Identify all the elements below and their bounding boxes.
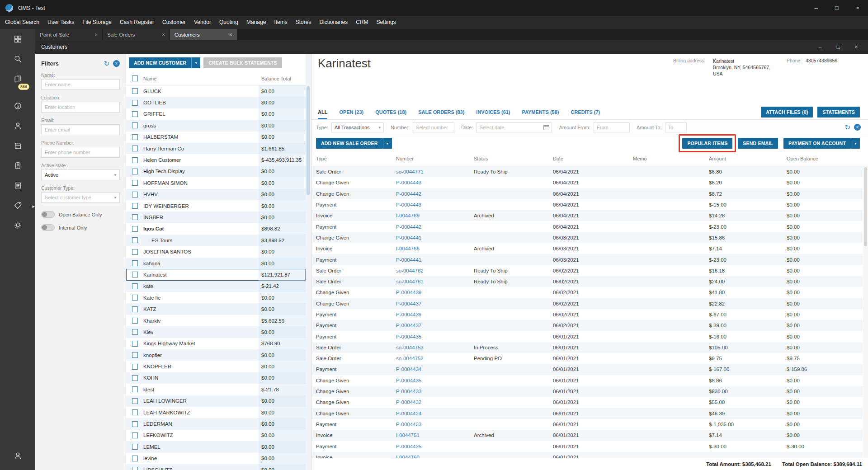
- add-customer-dropdown-icon[interactable]: ▾: [191, 57, 200, 68]
- cell-number[interactable]: P-0004424: [396, 411, 474, 416]
- popular-items-button[interactable]: POPULAR ITEMS: [682, 138, 732, 149]
- row-checkbox[interactable]: [132, 341, 138, 347]
- menu-item-global-search[interactable]: Global Search: [1, 16, 43, 29]
- row-checkbox[interactable]: [132, 386, 138, 392]
- transaction-scrollbar[interactable]: [863, 166, 868, 458]
- minimize-icon[interactable]: –: [806, 0, 826, 16]
- transaction-row[interactable]: PaymentP-000443406/01/2021$-167.00$-159.…: [311, 364, 863, 375]
- row-checkbox[interactable]: [132, 122, 138, 128]
- row-checkbox[interactable]: [132, 88, 138, 94]
- row-checkbox[interactable]: [132, 203, 138, 209]
- refresh-icon[interactable]: ↻: [104, 60, 109, 67]
- customer-row[interactable]: LEAH MARKOWITZ$0.00: [126, 407, 306, 418]
- cell-number[interactable]: so-0044752: [396, 356, 474, 361]
- customer-row[interactable]: High Tech Display$0.00: [126, 166, 306, 177]
- row-checkbox[interactable]: [132, 456, 138, 461]
- tab-close-icon[interactable]: ×: [229, 32, 232, 38]
- menu-item-cash-register[interactable]: Cash Register: [116, 16, 158, 29]
- sale-order-dropdown-icon[interactable]: ▾: [383, 138, 392, 149]
- column-header-status[interactable]: Status: [474, 156, 553, 161]
- row-checkbox[interactable]: [132, 467, 138, 470]
- cell-number[interactable]: P-0004439: [396, 312, 474, 317]
- customer-row[interactable]: levine$0.00: [126, 453, 306, 464]
- transaction-row[interactable]: Sale Orderso-0044753In Process06/01/2021…: [311, 342, 863, 353]
- customer-row[interactable]: Karinatest$121,921.87: [126, 269, 306, 280]
- row-checkbox[interactable]: [132, 398, 138, 404]
- scrollbar-thumb[interactable]: [307, 86, 310, 195]
- customer-row[interactable]: kate$-21.42: [126, 281, 306, 292]
- transaction-row[interactable]: PaymentP-000444206/04/2021$-23.00$0.00: [311, 221, 863, 232]
- menu-item-manage[interactable]: Manage: [242, 16, 270, 29]
- menu-item-file-storage[interactable]: File Storage: [78, 16, 116, 29]
- sidebar-item-user[interactable]: [0, 446, 35, 465]
- customer-row[interactable]: Kate lie$0.00: [126, 292, 306, 303]
- cell-number[interactable]: P-0004432: [396, 400, 474, 405]
- transaction-row[interactable]: PaymentP-000444306/04/2021$-15.00$0.00: [311, 199, 863, 210]
- transaction-row[interactable]: Change GivenP-000443906/02/2021$41.80$0.…: [311, 287, 863, 298]
- transaction-row[interactable]: Change GivenP-000443206/01/2021$55.00$0.…: [311, 397, 863, 408]
- cell-number[interactable]: P-0004435: [396, 334, 474, 339]
- filter-input-phone-number[interactable]: [41, 147, 120, 158]
- transactions-tab-invoices-61[interactable]: INVOICES (61): [476, 105, 510, 119]
- row-checkbox[interactable]: [132, 364, 138, 370]
- customer-row[interactable]: KATZ$0.00: [126, 303, 306, 315]
- column-header-balance-total[interactable]: Balance Total: [259, 76, 306, 81]
- transaction-row[interactable]: Change GivenP-000443306/01/2021$930.00$0…: [311, 386, 863, 397]
- type-dropdown[interactable]: All Transactions ▾: [331, 122, 384, 132]
- transaction-row[interactable]: PaymentP-000443506/01/2021$-16.00$0.00: [311, 331, 863, 342]
- row-checkbox[interactable]: [132, 111, 138, 117]
- transaction-row[interactable]: InvoiceI-0044766Archived06/03/2021$7.14$…: [311, 243, 863, 254]
- transaction-row[interactable]: PaymentP-000444106/03/2021$-23.00$0.00: [311, 254, 863, 265]
- row-checkbox[interactable]: [132, 192, 138, 197]
- sidebar-item-dashboard[interactable]: [0, 29, 35, 49]
- transaction-row[interactable]: Change GivenP-000444106/03/2021$15.86$0.…: [311, 232, 863, 243]
- transactions-tab-payments-58[interactable]: PAYMENTS (58): [522, 105, 559, 119]
- row-checkbox[interactable]: [132, 237, 138, 243]
- customer-row[interactable]: LEDERMAN$0.00: [126, 418, 306, 429]
- sidebar-item-settings[interactable]: [0, 215, 35, 235]
- transaction-row[interactable]: InvoiceI-0044769Archived06/04/2021$14.28…: [311, 210, 863, 221]
- transaction-row[interactable]: Change GivenP-000442406/01/2021$46.39$0.…: [311, 408, 863, 419]
- row-checkbox[interactable]: [132, 444, 138, 450]
- tab-close-icon[interactable]: ×: [94, 32, 98, 38]
- cell-number[interactable]: P-0004441: [396, 257, 474, 263]
- transaction-row[interactable]: Change GivenP-000443706/02/2021$22.82$0.…: [311, 298, 863, 309]
- amount-from-input[interactable]: [594, 122, 630, 132]
- clear-transaction-filters-icon[interactable]: ×: [854, 124, 861, 131]
- inner-minimize-icon[interactable]: –: [811, 40, 829, 54]
- transactions-tab-all[interactable]: ALL: [318, 105, 327, 119]
- customer-row[interactable]: INGBER$0.00: [126, 212, 306, 223]
- customer-row[interactable]: IDY WEINBERGER$0.00: [126, 200, 306, 212]
- row-checkbox[interactable]: [132, 283, 138, 289]
- menu-item-crm[interactable]: CRM: [352, 16, 372, 29]
- number-input[interactable]: [413, 122, 454, 132]
- cell-number[interactable]: I-0044760: [396, 455, 474, 458]
- sidebar-item-stores[interactable]: [0, 136, 35, 155]
- row-checkbox[interactable]: [132, 134, 138, 140]
- customer-list-scrollbar[interactable]: [306, 54, 311, 470]
- transaction-row[interactable]: PaymentP-000443706/02/2021$-39.00$0.00: [311, 320, 863, 331]
- restore-icon[interactable]: □: [826, 0, 847, 16]
- close-icon[interactable]: ×: [847, 0, 868, 16]
- refresh-transactions-icon[interactable]: ↻: [844, 124, 850, 131]
- cell-number[interactable]: P-0004442: [396, 191, 474, 197]
- sidebar-item-tasks[interactable]: [0, 155, 35, 175]
- row-checkbox[interactable]: [132, 169, 138, 174]
- sidebar-item-customers[interactable]: [0, 116, 35, 136]
- send-email-button[interactable]: SEND EMAIL: [738, 138, 778, 149]
- sidebar-item-documents[interactable]: 866: [0, 69, 35, 89]
- calendar-icon[interactable]: [543, 125, 549, 130]
- customer-row[interactable]: gross$0.00: [126, 120, 306, 131]
- cell-number[interactable]: I-0044766: [396, 246, 474, 251]
- cell-number[interactable]: I-0044769: [396, 213, 474, 218]
- inner-restore-icon[interactable]: □: [829, 40, 847, 54]
- select-all-checkbox[interactable]: [132, 75, 138, 81]
- sidebar-item-search[interactable]: [0, 49, 35, 69]
- window-tab-point-of-sale[interactable]: Point of Sale×: [35, 29, 103, 40]
- cell-number[interactable]: P-0004433: [396, 389, 474, 394]
- row-checkbox[interactable]: [132, 214, 138, 220]
- menu-item-user-tasks[interactable]: User Tasks: [43, 16, 78, 29]
- transaction-row[interactable]: PaymentP-000443306/01/2021$-1,035.00$0.0…: [311, 419, 863, 430]
- menu-item-settings[interactable]: Settings: [372, 16, 400, 29]
- customer-row[interactable]: knopfler$0.00: [126, 349, 306, 361]
